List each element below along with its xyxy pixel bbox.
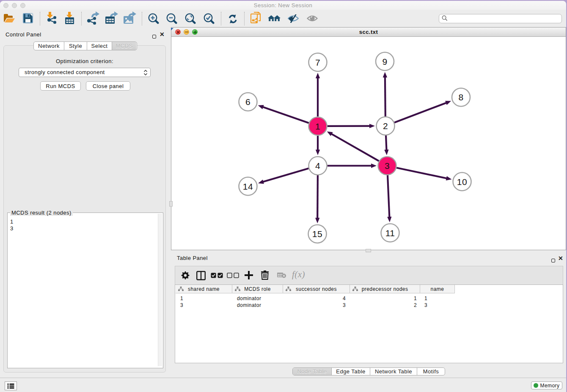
svg-text:8: 8 [458, 92, 463, 102]
svg-text:9: 9 [382, 57, 387, 66]
svg-text:15: 15 [312, 229, 322, 239]
svg-text:11: 11 [385, 228, 395, 238]
svg-text:1: 1 [315, 121, 320, 131]
svg-text:4: 4 [315, 161, 320, 171]
svg-text:14: 14 [243, 182, 253, 191]
svg-text:6: 6 [245, 97, 250, 107]
svg-text:2: 2 [383, 121, 388, 131]
svg-text:10: 10 [457, 177, 467, 187]
svg-text:7: 7 [315, 58, 320, 67]
svg-text:3: 3 [385, 161, 390, 171]
